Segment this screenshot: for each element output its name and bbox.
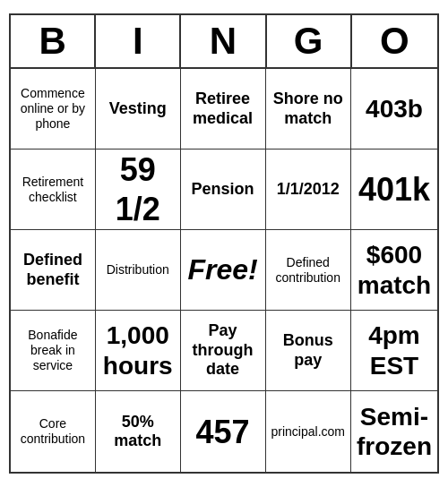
- bingo-cell-2: Retiree medical: [181, 69, 266, 150]
- bingo-cell-23: principal.com: [266, 391, 351, 472]
- bingo-header: BINGO: [11, 15, 437, 69]
- bingo-cell-18: Bonus pay: [266, 311, 351, 391]
- header-letter-b: B: [11, 15, 96, 67]
- bingo-cell-3: Shore no match: [266, 69, 351, 150]
- bingo-cell-1: Vesting: [96, 69, 181, 150]
- bingo-card: BINGO Commence online or by phoneVesting…: [9, 13, 439, 474]
- bingo-cell-11: Distribution: [96, 230, 181, 311]
- bingo-cell-13: Defined contribution: [266, 230, 351, 311]
- bingo-cell-22: 457: [181, 391, 266, 472]
- bingo-cell-8: 1/1/2012: [266, 150, 351, 230]
- bingo-cell-12: Free!: [181, 230, 266, 311]
- header-letter-o: O: [352, 15, 437, 67]
- bingo-cell-7: Pension: [181, 150, 266, 230]
- bingo-cell-15: Bonafide break in service: [11, 311, 96, 391]
- bingo-cell-4: 403b: [351, 69, 437, 150]
- bingo-cell-24: Semi-frozen: [351, 391, 437, 472]
- header-letter-n: N: [181, 15, 266, 67]
- bingo-cell-17: Pay through date: [181, 311, 266, 391]
- header-letter-g: G: [267, 15, 352, 67]
- bingo-cell-14: $600 match: [351, 230, 437, 311]
- bingo-cell-21: 50% match: [96, 391, 181, 472]
- bingo-cell-0: Commence online or by phone: [11, 69, 96, 150]
- bingo-cell-19: 4pm EST: [351, 311, 437, 391]
- bingo-cell-5: Retirement checklist: [11, 150, 96, 230]
- bingo-cell-9: 401k: [351, 150, 437, 230]
- header-letter-i: I: [96, 15, 181, 67]
- bingo-cell-10: Defined benefit: [11, 230, 96, 311]
- bingo-cell-16: 1,000 hours: [96, 311, 181, 391]
- bingo-cell-6: 59 1/2: [96, 150, 181, 230]
- bingo-grid: Commence online or by phoneVestingRetire…: [11, 69, 437, 472]
- bingo-cell-20: Core contribution: [11, 391, 96, 472]
